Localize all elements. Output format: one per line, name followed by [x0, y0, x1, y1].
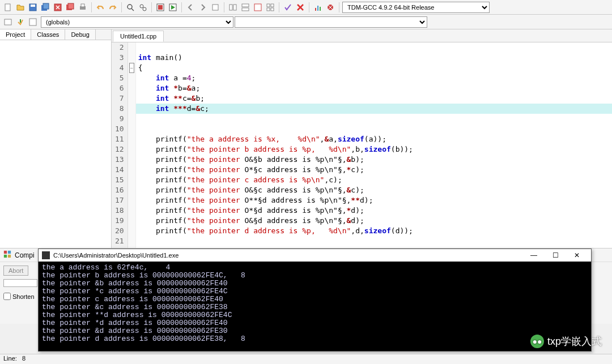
svg-rect-16: [212, 5, 218, 10]
svg-point-10: [128, 5, 132, 9]
sidebar: Project Classes Debug: [0, 29, 112, 248]
editor-area: Untitled1.cpp 23456789101112131415161718…: [112, 29, 612, 248]
bookmark-icon[interactable]: [210, 2, 221, 13]
svg-point-12: [143, 7, 146, 11]
svg-rect-0: [5, 4, 10, 11]
svg-rect-19: [242, 4, 249, 7]
minimize-button[interactable]: —: [523, 250, 545, 261]
window1-icon[interactable]: [227, 2, 239, 13]
svg-rect-26: [315, 8, 316, 11]
abort-button[interactable]: Abort: [3, 265, 28, 276]
run-icon[interactable]: [167, 2, 178, 13]
check-icon[interactable]: [282, 2, 294, 13]
undo-icon[interactable]: [95, 2, 106, 13]
redo-icon[interactable]: [107, 2, 118, 13]
svg-rect-20: [242, 8, 249, 11]
add-icon[interactable]: [15, 16, 26, 28]
statusbar: Line: 8: [0, 354, 612, 364]
svg-rect-22: [267, 4, 270, 7]
maximize-button[interactable]: ☐: [545, 250, 566, 261]
search-icon[interactable]: [125, 2, 136, 13]
back-nav-icon[interactable]: [185, 2, 196, 13]
replace-icon[interactable]: [137, 2, 148, 13]
svg-rect-24: [267, 8, 270, 11]
file-tab[interactable]: Untitled1.cpp: [113, 31, 164, 42]
svg-rect-18: [233, 5, 236, 10]
chart-icon[interactable]: [312, 2, 324, 13]
main-toolbar: TDM-GCC 4.9.2 64-bit Release: [0, 0, 612, 15]
svg-rect-21: [254, 4, 261, 11]
window2-icon[interactable]: [240, 2, 251, 13]
svg-rect-9: [81, 4, 84, 7]
svg-rect-34: [4, 255, 7, 258]
console-output[interactable]: the a address is 62fe4c, 4the pointer b …: [39, 262, 591, 345]
window4-icon[interactable]: [265, 2, 276, 13]
console-app-icon: [42, 251, 50, 259]
svg-rect-27: [317, 6, 318, 11]
svg-rect-31: [29, 19, 36, 25]
svg-rect-2: [31, 5, 35, 7]
close-icon[interactable]: [52, 2, 63, 13]
svg-rect-7: [68, 3, 74, 9]
goto-icon[interactable]: [27, 16, 39, 28]
save-icon[interactable]: [27, 2, 39, 13]
console-window: C:\Users\Administrator\Desktop\Untitled1…: [38, 249, 592, 352]
functions-combo[interactable]: [235, 16, 427, 28]
open-icon[interactable]: [15, 2, 26, 13]
svg-rect-25: [271, 8, 274, 11]
svg-rect-4: [43, 3, 49, 9]
tab-classes[interactable]: Classes: [31, 29, 65, 40]
svg-rect-35: [8, 255, 11, 258]
new-file-icon[interactable]: [2, 2, 14, 13]
panel-icon[interactable]: [3, 250, 11, 260]
new-proj-icon[interactable]: [2, 16, 14, 28]
console-titlebar[interactable]: C:\Users\Administrator\Desktop\Untitled1…: [39, 249, 591, 262]
print-icon[interactable]: [77, 2, 88, 13]
svg-point-11: [140, 5, 143, 8]
wechat-icon: ●●: [530, 335, 544, 348]
svg-rect-28: [320, 7, 321, 11]
tab-debug[interactable]: Debug: [65, 29, 95, 40]
compile-label: Compi: [15, 251, 35, 259]
error-icon[interactable]: [295, 2, 306, 13]
save-all-icon[interactable]: [40, 2, 51, 13]
compile-icon[interactable]: [155, 2, 166, 13]
svg-rect-32: [4, 251, 7, 254]
console-title-text: C:\Users\Administrator\Desktop\Untitled1…: [53, 252, 178, 259]
close-button[interactable]: ✕: [566, 250, 588, 261]
svg-rect-14: [158, 5, 163, 10]
tab-project[interactable]: Project: [0, 29, 31, 40]
globals-combo[interactable]: (globals): [41, 16, 233, 28]
svg-rect-33: [8, 251, 11, 254]
fwd-nav-icon[interactable]: [197, 2, 209, 13]
close-all-icon[interactable]: [65, 2, 76, 13]
code-editor[interactable]: 23456789101112131415161718192021 − int m…: [112, 42, 612, 248]
svg-rect-23: [271, 4, 274, 7]
watermark: ●● txp学嵌入式: [530, 335, 602, 348]
debug-icon[interactable]: [325, 2, 336, 13]
compiler-combo[interactable]: TDM-GCC 4.9.2 64-bit Release: [342, 2, 490, 13]
svg-rect-17: [230, 5, 232, 10]
second-toolbar: (globals): [0, 15, 612, 29]
svg-rect-30: [5, 19, 11, 25]
window3-icon[interactable]: [252, 2, 264, 13]
